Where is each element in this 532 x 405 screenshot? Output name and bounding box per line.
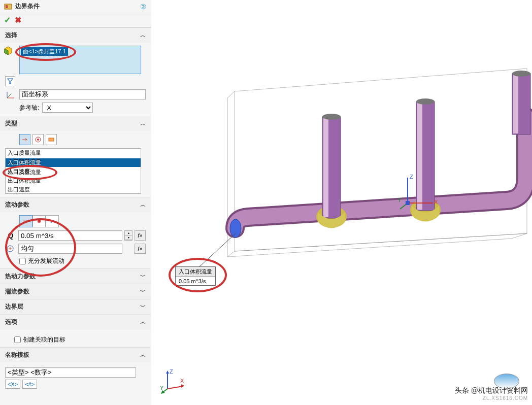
bc-callout: 入口体积流量 0.05 m^3/s (175, 266, 216, 286)
type-item[interactable]: 出口速度 (6, 185, 141, 194)
svg-marker-36 (166, 370, 169, 374)
svg-rect-18 (323, 118, 328, 217)
bc-icon (4, 3, 12, 11)
chevron-down-icon: ﹀ (140, 273, 146, 280)
chevron-down-icon: ﹀ (140, 303, 146, 311)
svg-rect-25 (513, 75, 518, 133)
ok-button[interactable]: ✓ (4, 15, 11, 25)
svg-line-6 (7, 94, 11, 98)
svg-line-27 (197, 233, 236, 269)
ref-axis-select[interactable]: X (42, 103, 93, 113)
flow-rate-input[interactable] (18, 230, 122, 241)
flow-dir-normal-icon[interactable]: ⇨ (19, 215, 32, 227)
svg-text:Z: Z (410, 174, 413, 180)
section-selection-header[interactable]: 选择 ︿ (0, 27, 151, 43)
section-flow-header[interactable]: 流动参数 ︿ (0, 197, 151, 212)
section-turb-header[interactable]: 湍流参数 ﹀ (0, 284, 151, 299)
svg-point-26 (512, 71, 530, 77)
chevron-up-icon: ︿ (140, 351, 146, 359)
svg-rect-34 (406, 201, 410, 205)
chevron-up-icon: ︿ (140, 31, 146, 39)
type-item[interactable]: 入口质量流量 (6, 149, 141, 157)
name-template-input[interactable] (5, 367, 136, 378)
filter-button[interactable] (5, 76, 15, 86)
svg-text:Y: Y (160, 385, 164, 391)
svg-text:Z: Z (170, 368, 173, 375)
section-type-header[interactable]: 类型 ︿ (0, 116, 151, 131)
type-icon-flow[interactable] (19, 134, 30, 145)
chevron-up-icon: ︿ (140, 201, 146, 209)
svg-point-19 (322, 114, 341, 120)
svg-marker-12 (227, 233, 527, 257)
fully-developed-checkbox[interactable] (19, 258, 26, 264)
fx-button[interactable]: f× (135, 244, 146, 254)
svg-point-23 (416, 98, 435, 105)
model-render (151, 0, 532, 405)
section-thermo-header[interactable]: 热动力参数 ﹀ (0, 268, 151, 284)
ref-axis-label: 参考轴: (19, 104, 39, 112)
type-item[interactable]: 出口体积流量 (6, 177, 141, 185)
fully-developed-label: 充分发展流动 (28, 257, 64, 265)
svg-point-8 (37, 139, 39, 141)
callout-title: 入口体积流量 (176, 267, 215, 277)
uniform-icon (5, 244, 16, 253)
svg-line-38 (168, 386, 183, 389)
selected-face[interactable]: 面<1>@封盖17-1 (21, 47, 68, 56)
type-icon-wall[interactable] (46, 134, 57, 145)
section-bl-header[interactable]: 边界层 ﹀ (0, 299, 151, 314)
profile-input[interactable] (18, 244, 122, 254)
svg-line-13 (227, 91, 235, 98)
fx-button[interactable]: f× (135, 230, 146, 241)
coord-system-input[interactable] (19, 89, 146, 99)
q-label: Q (5, 231, 16, 240)
create-target-label: 创建关联的目标 (23, 335, 65, 344)
chevron-up-icon: ︿ (140, 120, 146, 127)
type-list[interactable]: 入口质量流量 入口容量流量 入口体积流量 入口速度 出口质量流量 出口体积流量 … (5, 148, 141, 194)
flow-vector-icon[interactable]: ↗ (46, 215, 59, 227)
face-select-icon (3, 46, 13, 55)
type-item-selected[interactable]: 入口体积流量 (6, 158, 141, 167)
cancel-button[interactable]: ✖ (15, 15, 21, 25)
3d-viewport[interactable]: Z X Y (151, 0, 532, 405)
insert-type-token-button[interactable]: <X> (5, 380, 20, 389)
insert-number-token-button[interactable]: <#> (22, 380, 37, 389)
watermark: 头条 @机电设计资料网 ZL.XS1616.COM (455, 386, 528, 401)
flow-swirl-icon[interactable]: ✹ (32, 215, 46, 227)
type-icon-pressure[interactable] (32, 134, 44, 145)
svg-text:X: X (180, 378, 184, 384)
svg-text:X: X (434, 199, 438, 205)
coord-system-icon (5, 90, 16, 99)
svg-text:Y: Y (397, 197, 402, 203)
callout-value: 0.05 m^3/s (176, 277, 215, 285)
view-triad[interactable]: Z X Y (160, 368, 185, 395)
help-icon[interactable]: ② (140, 3, 147, 11)
section-name-header[interactable]: 名称模板 ︿ (0, 347, 151, 362)
type-item[interactable]: 出口质量流量 (6, 168, 141, 177)
panel-title: 边界条件 (15, 2, 137, 11)
section-options-header[interactable]: 选项 ︿ (0, 314, 151, 329)
origin-axis-gizmo: Z X Y (397, 173, 438, 214)
create-target-checkbox[interactable] (14, 336, 21, 343)
svg-rect-9 (49, 138, 54, 141)
svg-point-15 (230, 219, 241, 238)
chevron-down-icon: ﹀ (140, 288, 146, 295)
chevron-up-icon: ︿ (140, 318, 146, 326)
svg-rect-1 (6, 5, 8, 8)
spinner[interactable]: ▴▾ (124, 230, 132, 241)
selection-list[interactable]: 面<1>@封盖17-1 (19, 46, 141, 74)
svg-marker-39 (181, 384, 184, 388)
